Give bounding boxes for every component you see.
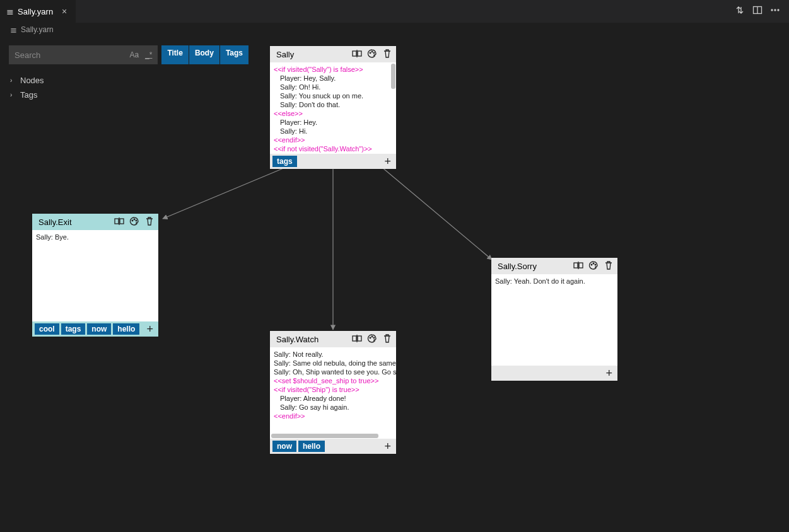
tag-chip[interactable]: tags [61,323,86,335]
tree-nodes[interactable]: › Nodes [9,73,248,88]
add-tag-button[interactable]: + [384,440,394,453]
add-tag-button[interactable]: + [384,155,394,168]
dialogue-line: <<set $should_see_ship to true>> [274,376,392,385]
tab-bar: ≣ Sally.yarn × [0,0,789,23]
node-title: Sally.Exit [36,217,114,227]
tree-label: Nodes [20,76,44,85]
match-whole-icon[interactable]: _* [144,50,153,59]
node-body[interactable]: <<if visited("Sally") is false>>Player: … [270,62,396,154]
trash-icon[interactable] [144,216,155,228]
svg-point-27 [593,263,594,264]
chevron-right-icon: › [10,77,18,84]
trash-icon[interactable] [604,260,614,272]
svg-rect-11 [115,219,119,224]
color-icon[interactable] [588,260,599,272]
dialogue-line: Player: Hey. [274,118,392,127]
svg-rect-5 [353,51,356,56]
dialogue-line: Player: Already done! [274,394,392,403]
svg-point-9 [371,51,373,52]
node-header[interactable]: Sally.Watch [270,331,396,347]
outline-tree: › Nodes › Tags [9,73,248,102]
node-sally-watch[interactable]: Sally.Watch Sally: Not really.Sally: Sam… [270,331,396,454]
rename-icon[interactable] [573,260,583,272]
tab-sally-yarn[interactable]: ≣ Sally.yarn × [0,0,76,23]
dialogue-line: Sally: Oh! Hi. [274,83,392,91]
node-header[interactable]: Sally.Exit [32,214,158,230]
sidebar: Aa _* Title Body Tags › Nodes › Tags [9,45,248,102]
tag-chip[interactable]: cool [35,323,59,335]
edge-sally-to-sorry [382,167,492,260]
svg-point-2 [771,9,773,11]
node-footer: tags + [270,154,396,169]
split-editor-icon[interactable] [752,5,763,18]
add-tag-button[interactable]: + [605,367,615,380]
dialogue-line: Sally: Oh, Ship wanted to see you. Go sa… [274,367,392,376]
svg-rect-6 [358,51,361,56]
filter-body[interactable]: Body [189,45,220,64]
filter-title[interactable]: Title [161,45,189,64]
node-sally-sorry[interactable]: Sally.Sorry Sally: Yeah. Don't do it aga… [491,258,617,381]
node-body[interactable]: Sally: Bye. [32,230,158,321]
breadcrumb-file: Sally.yarn [21,25,54,34]
breadcrumb[interactable]: ≣ Sally.yarn [0,23,789,37]
node-body[interactable]: Sally: Yeah. Don't do it again. [491,274,617,366]
node-footer: now hello + [270,439,396,454]
svg-point-15 [134,219,135,220]
dialogue-line: Sally: You snuck up on me. [274,91,392,100]
dialogue-line: Sally: Go say hi again. [274,403,392,412]
dialogue-line: <<if visited("Ship") is true>> [274,385,392,394]
search-box[interactable]: Aa _* [9,45,158,64]
svg-point-26 [591,264,592,265]
scrollbar-thumb[interactable] [271,434,378,438]
compare-icon[interactable] [735,5,745,18]
node-sally[interactable]: Sally <<if visited("Sally") is false>>Pl… [270,46,396,169]
dialogue-line: Player: Hey, Sally. [274,74,392,83]
edge-sally-to-exit [163,167,286,219]
tag-chip[interactable]: hello [113,323,139,335]
tag-chip[interactable]: tags [272,156,297,167]
filter-tags[interactable]: Tags [220,45,248,64]
dialogue-line: Sally: Hi. [274,127,392,136]
svg-point-21 [371,336,373,337]
node-header[interactable]: Sally.Sorry [491,258,617,274]
node-title: Sally.Watch [274,335,352,344]
tag-chip[interactable]: hello [298,441,325,452]
tag-chip[interactable]: now [272,441,296,452]
tree-label: Tags [20,90,37,100]
dialogue-line: Sally: Same old nebula, doing the same o… [274,359,392,367]
node-body[interactable]: Sally: Not really.Sally: Same old nebula… [270,347,396,439]
tag-chip[interactable]: now [87,323,111,335]
color-icon[interactable] [129,216,139,228]
dialogue-line: Sally: Yeah. Don't do it again. [495,277,614,286]
svg-rect-18 [358,336,361,341]
search-input[interactable] [15,50,128,60]
rename-icon[interactable] [114,216,124,228]
close-icon[interactable]: × [59,6,69,16]
rename-icon[interactable] [352,333,362,345]
dialogue-line: Sally: Don't do that. [274,100,392,109]
match-case-icon[interactable]: Aa [128,50,140,59]
chevron-right-icon: › [10,91,18,98]
svg-point-14 [132,220,133,221]
tree-tags[interactable]: › Tags [9,88,248,102]
add-tag-button[interactable]: + [146,323,156,336]
svg-point-8 [370,52,371,54]
svg-rect-12 [120,219,124,224]
graph-canvas[interactable]: Sally <<if visited("Sally") is false>>Pl… [0,37,789,532]
color-icon[interactable] [367,333,377,345]
node-header[interactable]: Sally [270,46,396,62]
node-sally-exit[interactable]: Sally.Exit Sally: Bye. cool tags now hel… [32,214,158,337]
trash-icon[interactable] [382,49,392,61]
tab-label: Sally.yarn [18,7,53,16]
node-footer: + [491,366,617,381]
dialogue-line: Sally: Bye. [36,233,155,241]
svg-point-22 [373,337,375,338]
dialogue-line: <<if visited("Sally") is false>> [274,65,392,74]
svg-point-4 [778,9,779,11]
node-title: Sally [274,50,352,59]
scrollbar-thumb[interactable] [391,64,395,89]
color-icon[interactable] [367,49,377,61]
trash-icon[interactable] [382,333,392,345]
rename-icon[interactable] [352,49,362,61]
more-icon[interactable] [770,5,780,18]
